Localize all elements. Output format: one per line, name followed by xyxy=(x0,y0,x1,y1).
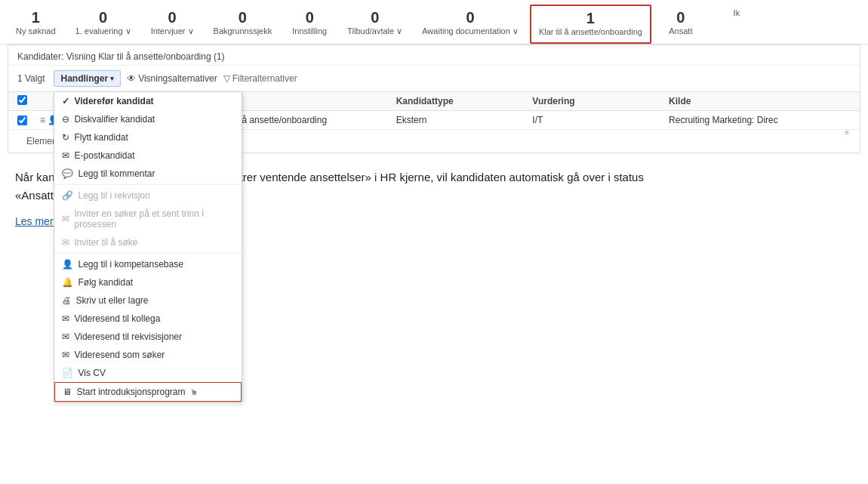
row-kilde: Recruiting Marketing: Direc xyxy=(669,115,851,125)
dropdown-label-viderefør: Viderefør kandidat xyxy=(74,96,153,106)
header-check xyxy=(17,95,40,107)
pipeline-count-intervjuer: 0 xyxy=(168,8,177,26)
dropdown-label-folg: Følg kandidat xyxy=(78,277,133,288)
header-vurdering-label: Vurdering xyxy=(532,96,574,106)
pipeline-item-ansatt[interactable]: 0Ansatt xyxy=(654,5,707,44)
filter-label: Filteralternativer xyxy=(232,73,297,84)
kandidater-header: Kandidater: Visning Klar til å ansette/o… xyxy=(8,45,860,66)
dropdown-item-folg[interactable]: 🔔Følg kandidat xyxy=(54,273,242,291)
dropdown-label-videresend-soker: Videresend som søker xyxy=(74,350,165,360)
pipeline-item-ny-soknad[interactable]: 1Ny søknad xyxy=(8,5,64,44)
dropdown-item-epost[interactable]: ✉E-postkandidat xyxy=(54,146,242,165)
dropdown-icon-inviter-sent: ✉ xyxy=(62,214,69,224)
handlinger-dropdown-container: Handlinger ▾ ✓Viderefør kandidat⊖Diskval… xyxy=(54,70,121,87)
dropdown-item-diskvalifier[interactable]: ⊖Diskvalifier kandidat xyxy=(54,110,242,128)
pipeline-item-awaiting[interactable]: 0Awaiting documentation ∨ xyxy=(414,5,527,44)
pipeline-count-awaiting: 0 xyxy=(466,8,475,26)
dropdown-label-inviter-soke: Inviter til å søke xyxy=(74,237,137,248)
dropdown-icon-inviter-soke: ✉ xyxy=(62,237,69,248)
dropdown-item-flytt[interactable]: ↻Flytt kandidat xyxy=(54,128,242,146)
dropdown-item-kompetansebase[interactable]: 👤Legg til i kompetansebase xyxy=(54,255,242,273)
dropdown-icon-videresend-soker: ✉ xyxy=(62,350,69,360)
pipeline-label-bakgrunnssjekk: Bakgrunnssjekk xyxy=(214,26,272,35)
row-checkbox[interactable] xyxy=(17,116,27,125)
list-icon: ≡ xyxy=(40,115,45,125)
pipeline-count-klar: 1 xyxy=(586,9,595,27)
dropdown-label-videresend-kollega: Videresend til kollega xyxy=(74,313,160,324)
handlinger-label: Handlinger xyxy=(60,73,108,84)
dropdown-label-flytt: Flytt kandidat xyxy=(74,132,128,143)
pipeline-label-tilbud: Tilbud/avtale ∨ xyxy=(347,26,402,36)
dropdown-icon-rekvisjon: 🔗 xyxy=(62,190,73,201)
pipeline-label-evaluering: 1. evaluering ∨ xyxy=(75,26,131,36)
eye-icon: 👁 xyxy=(127,73,136,84)
ui-section: Kandidater: Visning Klar til å ansette/o… xyxy=(8,45,860,153)
dropdown-label-epost: E-postkandidat xyxy=(74,150,134,161)
pipeline-count-innstilling: 0 xyxy=(306,8,314,26)
dropdown-item-inviter-soke: ✉Inviter til å søke xyxy=(54,233,242,251)
handlinger-dropdown-menu: ✓Viderefør kandidat⊖Diskvalifier kandida… xyxy=(54,91,242,402)
dropdown-label-skriv-ut: Skriv ut eller lagre xyxy=(75,295,148,306)
pipeline-label-awaiting: Awaiting documentation ∨ xyxy=(422,26,519,36)
dropdown-item-videresend-rek[interactable]: ✉Videresend til rekvisisjoner xyxy=(54,328,242,346)
dropdown-label-videresend-rek: Videresend til rekvisisjoner xyxy=(74,331,182,342)
dropdown-icon-folg: 🔔 xyxy=(62,277,73,288)
row-kilde-text: Recruiting Marketing: Direc xyxy=(669,115,778,125)
dropdown-divider-5 xyxy=(54,184,242,185)
dropdown-label-vis-cv: Vis CV xyxy=(78,368,105,378)
pipeline-item-ik[interactable]: Ik xyxy=(710,5,763,44)
dropdown-icon-viderefør: ✓ xyxy=(62,96,69,106)
dropdown-item-start-intro[interactable]: 🖥Start introduksjonsprogram 🖱 xyxy=(54,382,242,402)
pipeline-label-innstilling: Innstilling xyxy=(292,26,327,35)
pipeline-item-tilbud[interactable]: 0Tilbud/avtale ∨ xyxy=(339,5,411,44)
filter-icon: ▽ xyxy=(223,73,230,84)
dropdown-item-inviter-sent: ✉Inviter en søker på et sent trinn i pro… xyxy=(54,205,242,233)
pipeline-label-klar: Klar til å ansette/onboarding xyxy=(539,27,642,36)
kandidater-header-text: Kandidater: Visning Klar til å ansette/o… xyxy=(17,51,225,62)
dropdown-item-kommentar[interactable]: 💬Legg til kommentar xyxy=(54,165,242,183)
toolbar: 1 Valgt Handlinger ▾ ✓Viderefør kandidat… xyxy=(8,66,860,92)
dropdown-item-viderefør[interactable]: ✓Viderefør kandidat xyxy=(54,92,242,110)
dropdown-icon-kompetansebase: 👤 xyxy=(62,259,73,270)
vis-alternativer-button[interactable]: 👁 Visningsalternativer xyxy=(127,73,217,84)
dropdown-label-diskvalifier: Diskvalifier kandidat xyxy=(74,114,155,125)
pipeline-count-bakgrunnssjekk: 0 xyxy=(239,8,247,26)
row-vurdering: I/T xyxy=(532,115,669,125)
handlinger-button[interactable]: Handlinger ▾ xyxy=(54,70,121,87)
row-kandidattype: Ekstern xyxy=(396,115,533,125)
pipeline-count-tilbud: 0 xyxy=(371,8,379,26)
vis-label: Visningsalternativer xyxy=(138,73,217,84)
dropdown-label-rekvisjon: Legg til i rekvisjon xyxy=(78,190,149,201)
dropdown-icon-kommentar: 💬 xyxy=(62,168,73,179)
pipeline-label-ny-soknad: Ny søknad xyxy=(16,26,56,35)
pipeline-label-ik: Ik xyxy=(734,8,740,17)
pipeline-item-intervjuer[interactable]: 0Intervjuer ∨ xyxy=(143,5,202,44)
pipeline-label-ansatt: Ansatt xyxy=(669,26,692,35)
cursor-icon: 🖱 xyxy=(190,388,198,396)
pipeline-item-innstilling[interactable]: 0Innstilling xyxy=(283,5,336,44)
dropdown-divider-8 xyxy=(54,253,242,254)
dropdown-item-skriv-ut[interactable]: 🖨Skriv ut eller lagre xyxy=(54,291,242,310)
dropdown-icon-videresend-kollega: ✉ xyxy=(62,313,69,324)
dropdown-icon-start-intro: 🖥 xyxy=(63,387,72,397)
pipeline-count-ansatt: 0 xyxy=(676,8,685,26)
dropdown-label-inviter-sent: Inviter en søker på et sent trinn i pros… xyxy=(74,208,234,230)
dropdown-icon-flytt: ↻ xyxy=(62,132,69,143)
select-all-checkbox[interactable] xyxy=(17,95,27,105)
dropdown-item-vis-cv[interactable]: 📄Vis CV xyxy=(54,364,242,382)
dropdown-item-videresend-soker[interactable]: ✉Videresend som søker xyxy=(54,346,242,364)
dropdown-label-kommentar: Legg til kommentar xyxy=(78,168,155,179)
filter-alternativer-button[interactable]: ▽ Filteralternativer xyxy=(223,73,297,84)
row-checkbox-cell xyxy=(17,116,40,125)
pipeline-item-evaluering[interactable]: 01. evaluering ∨ xyxy=(67,5,140,44)
header-kilde-label: Kilde xyxy=(669,96,691,106)
header-kilde: Kilde xyxy=(669,96,851,106)
pipeline-count-ny-soknad: 1 xyxy=(32,8,40,26)
header-vurdering: Vurdering xyxy=(532,96,669,106)
pipeline-item-klar[interactable]: 1Klar til å ansette/onboarding xyxy=(530,5,651,44)
dropdown-item-videresend-kollega[interactable]: ✉Videresend til kollega xyxy=(54,310,242,328)
dropdown-icon-epost: ✉ xyxy=(62,150,69,161)
dropdown-icon-diskvalifier: ⊖ xyxy=(62,114,69,125)
pipeline-item-bakgrunnssjekk[interactable]: 0Bakgrunnssjekk xyxy=(205,5,281,44)
pipeline-label-intervjuer: Intervjuer ∨ xyxy=(151,26,194,36)
